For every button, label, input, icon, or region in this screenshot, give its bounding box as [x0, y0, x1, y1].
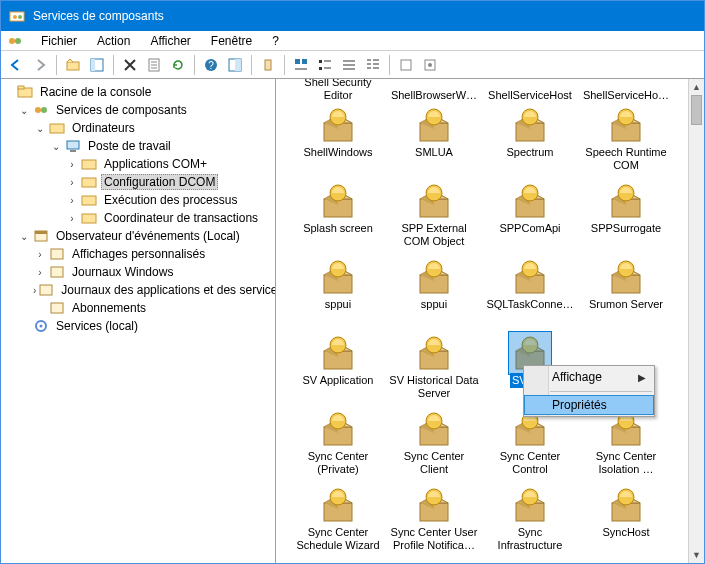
- delete-button[interactable]: [119, 54, 141, 76]
- item-label: Speech Runtime COM: [579, 145, 673, 173]
- list-item[interactable]: Shell Security Editor: [290, 83, 386, 103]
- svg-text:?: ?: [208, 60, 214, 71]
- expand-icon[interactable]: ›: [65, 211, 79, 225]
- view-toggle-button[interactable]: [224, 54, 246, 76]
- list-item[interactable]: SV Historical Data Server: [386, 331, 482, 405]
- collapse-icon[interactable]: ⌄: [33, 121, 47, 135]
- tree-ordinateurs[interactable]: ⌄ Ordinateurs: [33, 119, 275, 137]
- com-component-icon: [510, 181, 550, 221]
- list-item[interactable]: SQLTaskConne…: [482, 255, 578, 329]
- list-item[interactable]: sppui: [290, 255, 386, 329]
- scroll-up-button[interactable]: ▲: [689, 79, 704, 95]
- tree-label: Racine de la console: [37, 84, 154, 100]
- svg-rect-21: [319, 60, 322, 63]
- list-item[interactable]: Sync Center User Profile Notifica…: [386, 483, 482, 557]
- tree-applications-com[interactable]: ›Applications COM+: [65, 155, 275, 173]
- tree-coordinateur-transactions[interactable]: ›Coordinateur de transactions: [65, 209, 275, 227]
- extra-1-button[interactable]: [395, 54, 417, 76]
- list-button[interactable]: [338, 54, 360, 76]
- context-menu-affichage[interactable]: Affichage ▶: [524, 366, 654, 388]
- tree-affichages-perso[interactable]: ›Affichages personnalisés: [33, 245, 275, 263]
- expand-icon[interactable]: ›: [33, 265, 47, 279]
- menu-help[interactable]: ?: [262, 32, 289, 50]
- tree-journaux-windows[interactable]: ›Journaux Windows: [33, 263, 275, 281]
- list-item[interactable]: SV Application: [290, 331, 386, 405]
- tree-observateur-evenements[interactable]: ⌄ Observateur d'événements (Local): [17, 227, 275, 245]
- tree-abonnements[interactable]: Abonnements: [33, 299, 275, 317]
- list-item[interactable]: Srumon Server: [578, 255, 674, 329]
- menu-afficher[interactable]: Afficher: [140, 32, 200, 50]
- toolbar-sep-5: [284, 55, 285, 75]
- svg-rect-52: [40, 285, 52, 295]
- list-item[interactable]: Speech Runtime COM: [578, 103, 674, 177]
- up-button[interactable]: [62, 54, 84, 76]
- large-icons-button[interactable]: [290, 54, 312, 76]
- tree-poste-travail[interactable]: ⌄ Poste de travail: [49, 137, 275, 155]
- list-item[interactable]: ShellWindows: [290, 103, 386, 177]
- tree-execution-processus[interactable]: ›Exécution des processus: [65, 191, 275, 209]
- back-button[interactable]: [5, 54, 27, 76]
- expand-icon[interactable]: ›: [65, 175, 79, 189]
- tree-configuration-dcom[interactable]: ›Configuration DCOM: [65, 173, 275, 191]
- computer-icon: [65, 138, 81, 154]
- list-item[interactable]: SPPComApi: [482, 179, 578, 253]
- forward-button[interactable]: [29, 54, 51, 76]
- list-item[interactable]: sppui: [386, 255, 482, 329]
- svg-rect-47: [82, 214, 96, 223]
- list-item[interactable]: SyncHost: [578, 483, 674, 557]
- expand-icon[interactable]: ›: [33, 247, 47, 261]
- icon-grid-scroll[interactable]: Shell Security Editor ShellBrowserW… She…: [276, 79, 688, 563]
- details-button[interactable]: [362, 54, 384, 76]
- list-item[interactable]: SPP External COM Object: [386, 179, 482, 253]
- tree-services-composants[interactable]: ⌄ Services de composants: [17, 101, 275, 119]
- tree-journaux-apps-services[interactable]: ›Journaux des applications et des servic…: [33, 281, 275, 299]
- vertical-scrollbar[interactable]: ▲ ▼: [688, 79, 704, 563]
- expander-icon[interactable]: [1, 85, 15, 99]
- menu-label: Propriétés: [552, 398, 607, 412]
- title-bar: Services de composants: [1, 1, 704, 31]
- list-item[interactable]: Sync Center Client: [386, 407, 482, 481]
- tree-pane[interactable]: Racine de la console ⌄ Services de compo…: [1, 79, 276, 563]
- tool-a-button[interactable]: [257, 54, 279, 76]
- scroll-down-button[interactable]: ▼: [689, 547, 704, 563]
- show-tree-button[interactable]: [86, 54, 108, 76]
- com-component-icon: [318, 257, 358, 297]
- extra-2-button[interactable]: [419, 54, 441, 76]
- list-item[interactable]: ShellServiceHost: [482, 83, 578, 103]
- list-item[interactable]: Sync Center Control: [482, 407, 578, 481]
- list-item[interactable]: Spectrum: [482, 103, 578, 177]
- properties-button[interactable]: [143, 54, 165, 76]
- svg-point-39: [35, 107, 41, 113]
- list-item[interactable]: Sync Center Schedule Wizard: [290, 483, 386, 557]
- list-item[interactable]: SMLUA: [386, 103, 482, 177]
- tree-services-local[interactable]: Services (local): [17, 317, 275, 335]
- com-component-icon: [510, 485, 550, 525]
- menu-fichier[interactable]: Fichier: [31, 32, 87, 50]
- refresh-button[interactable]: [167, 54, 189, 76]
- list-item[interactable]: SPPSurrogate: [578, 179, 674, 253]
- list-item[interactable]: ShellServiceHo…: [578, 83, 674, 103]
- list-item[interactable]: Sync Infrastructure: [482, 483, 578, 557]
- list-item[interactable]: Splash screen: [290, 179, 386, 253]
- com-component-icon: [606, 485, 646, 525]
- context-menu-proprietes[interactable]: Propriétés: [524, 395, 654, 415]
- scroll-thumb[interactable]: [691, 95, 702, 125]
- list-item[interactable]: Sync Center (Private): [290, 407, 386, 481]
- list-item[interactable]: ShellBrowserW…: [386, 83, 482, 103]
- collapse-icon[interactable]: ⌄: [49, 139, 63, 153]
- list-item[interactable]: Sync Center Isolation …: [578, 407, 674, 481]
- help-button[interactable]: ?: [200, 54, 222, 76]
- menu-action[interactable]: Action: [87, 32, 140, 50]
- logs-icon: [49, 264, 65, 280]
- svg-point-3: [18, 15, 22, 19]
- com-component-icon: [318, 485, 358, 525]
- small-icons-button[interactable]: [314, 54, 336, 76]
- expand-icon[interactable]: ›: [65, 193, 79, 207]
- menu-fenetre[interactable]: Fenêtre: [201, 32, 262, 50]
- expand-icon[interactable]: ›: [65, 157, 79, 171]
- collapse-icon[interactable]: ⌄: [17, 229, 31, 243]
- collapse-icon[interactable]: ⌄: [17, 103, 31, 117]
- expand-icon[interactable]: ›: [33, 283, 36, 297]
- tree-root[interactable]: Racine de la console: [1, 83, 275, 101]
- svg-marker-113: [516, 343, 544, 351]
